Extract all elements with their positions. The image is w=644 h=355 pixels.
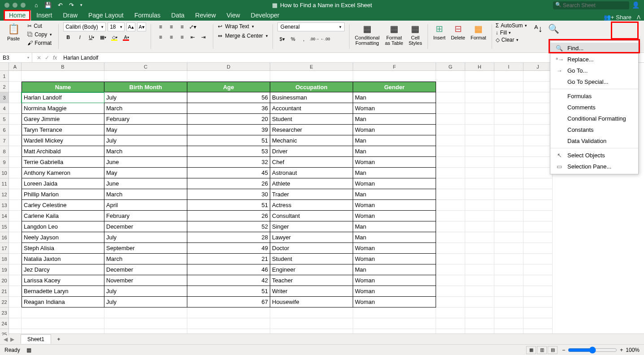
cell[interactable]: [270, 318, 353, 329]
cell[interactable]: [436, 168, 465, 178]
column-header-e[interactable]: E: [270, 63, 353, 71]
column-header-c[interactable]: C: [104, 63, 187, 71]
cell[interactable]: Garey Jimmie: [22, 114, 104, 125]
bold-button[interactable]: B: [63, 33, 73, 42]
cell[interactable]: [436, 232, 465, 243]
cell[interactable]: [187, 318, 270, 329]
row-header-17[interactable]: 17: [0, 243, 9, 254]
tab-insert[interactable]: Insert: [31, 10, 57, 21]
sheet-tab-1[interactable]: Sheet1: [21, 334, 51, 344]
cell[interactable]: [270, 71, 353, 82]
cell[interactable]: [353, 71, 436, 82]
cell[interactable]: [523, 168, 553, 178]
tab-review[interactable]: Review: [190, 10, 221, 21]
cell[interactable]: November: [104, 275, 187, 286]
cell[interactable]: Gender: [353, 82, 436, 92]
align-bottom-button[interactable]: ≡: [177, 22, 187, 31]
cell[interactable]: 28: [187, 232, 270, 243]
cell[interactable]: 56: [187, 92, 270, 103]
cell[interactable]: [523, 221, 553, 232]
row-header-1[interactable]: 1: [0, 71, 9, 82]
cell[interactable]: Occupation: [270, 82, 353, 92]
cell[interactable]: [9, 146, 22, 157]
decrease-indent-button[interactable]: ⇤: [188, 33, 198, 42]
cell[interactable]: [9, 200, 22, 211]
save-icon[interactable]: 💾: [44, 2, 52, 9]
cell[interactable]: Man: [353, 221, 436, 232]
cell[interactable]: [9, 286, 22, 297]
delete-cells-button[interactable]: ⊟Delete: [448, 22, 468, 51]
row-header-22[interactable]: 22: [0, 297, 9, 307]
cell[interactable]: 67: [187, 297, 270, 307]
cell[interactable]: [523, 103, 553, 114]
cell[interactable]: Man: [353, 264, 436, 275]
tab-page-layout[interactable]: Page Layout: [83, 10, 129, 21]
cell[interactable]: [494, 307, 523, 318]
cell[interactable]: [523, 307, 553, 318]
cell[interactable]: May: [104, 125, 187, 135]
cell[interactable]: July: [104, 286, 187, 297]
cell[interactable]: [436, 243, 465, 254]
tab-formulas[interactable]: Formulas: [129, 10, 166, 21]
cell[interactable]: [436, 103, 465, 114]
tab-data[interactable]: Data: [166, 10, 190, 21]
menu-selection-pane[interactable]: ▭Selection Pane...: [550, 161, 638, 172]
cell[interactable]: 53: [187, 146, 270, 157]
cell[interactable]: [465, 82, 494, 92]
cell[interactable]: Larissa Kacey: [22, 275, 104, 286]
align-right-button[interactable]: ≡: [177, 33, 187, 42]
cell[interactable]: [9, 264, 22, 275]
cell[interactable]: 26: [187, 178, 270, 189]
format-painter-button[interactable]: 🖌Format: [26, 39, 54, 47]
column-header-g[interactable]: G: [436, 63, 465, 71]
cell[interactable]: Student: [270, 254, 353, 264]
cell[interactable]: Man: [353, 92, 436, 103]
cell[interactable]: March: [104, 254, 187, 264]
select-all-corner[interactable]: [0, 63, 9, 71]
cell[interactable]: [436, 146, 465, 157]
cell[interactable]: [465, 232, 494, 243]
fill-button[interactable]: ↓Fill▾: [495, 30, 528, 36]
cell[interactable]: September: [104, 243, 187, 254]
cell[interactable]: Singer: [270, 221, 353, 232]
cell[interactable]: [494, 125, 523, 135]
cell[interactable]: [494, 286, 523, 297]
tab-developer[interactable]: Developer: [246, 10, 285, 21]
cell[interactable]: [465, 92, 494, 103]
cell[interactable]: 45: [187, 168, 270, 178]
cell[interactable]: Langdon Leo: [22, 221, 104, 232]
cell[interactable]: Terrie Gabriella: [22, 157, 104, 168]
cell[interactable]: [436, 221, 465, 232]
autosum-button[interactable]: ΣAutoSum▾: [495, 22, 528, 29]
cell[interactable]: [465, 200, 494, 211]
number-format-select[interactable]: General▾: [277, 22, 345, 31]
align-middle-button[interactable]: ≡: [166, 22, 176, 31]
cell-styles-button[interactable]: ▦Cell Styles: [406, 22, 425, 51]
cell[interactable]: March: [104, 189, 187, 200]
cell[interactable]: [465, 221, 494, 232]
cell[interactable]: Student: [270, 114, 353, 125]
row-header-4[interactable]: 4: [0, 103, 9, 114]
row-header-12[interactable]: 12: [0, 189, 9, 200]
cell[interactable]: 26: [187, 211, 270, 221]
cell[interactable]: [523, 135, 553, 146]
row-header-14[interactable]: 14: [0, 211, 9, 221]
cell[interactable]: [9, 189, 22, 200]
cell[interactable]: [9, 82, 22, 92]
cancel-icon[interactable]: ✕: [37, 55, 41, 61]
tab-home[interactable]: Home: [4, 10, 31, 21]
cell[interactable]: [104, 318, 187, 329]
cell[interactable]: Man: [353, 168, 436, 178]
column-header-i[interactable]: I: [494, 63, 523, 71]
cell[interactable]: [22, 307, 104, 318]
cell[interactable]: [465, 286, 494, 297]
cell[interactable]: [9, 221, 22, 232]
cell[interactable]: [465, 178, 494, 189]
cell[interactable]: [465, 211, 494, 221]
cell[interactable]: [436, 92, 465, 103]
cell[interactable]: [22, 71, 104, 82]
cell[interactable]: [494, 103, 523, 114]
cell[interactable]: [436, 135, 465, 146]
cell[interactable]: [9, 232, 22, 243]
cell[interactable]: Man: [353, 114, 436, 125]
